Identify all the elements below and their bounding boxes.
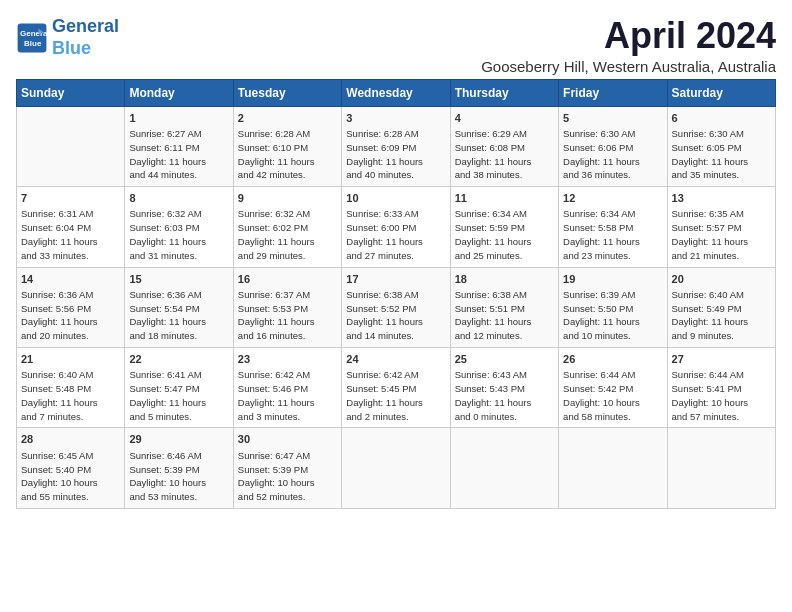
day-content: Sunrise: 6:27 AM Sunset: 6:11 PM Dayligh… — [129, 127, 228, 182]
calendar-cell: 6Sunrise: 6:30 AM Sunset: 6:05 PM Daylig… — [667, 106, 775, 186]
calendar-week-row: 28Sunrise: 6:45 AM Sunset: 5:40 PM Dayli… — [17, 428, 776, 508]
day-content: Sunrise: 6:42 AM Sunset: 5:45 PM Dayligh… — [346, 368, 445, 423]
day-content: Sunrise: 6:28 AM Sunset: 6:09 PM Dayligh… — [346, 127, 445, 182]
calendar-cell: 29Sunrise: 6:46 AM Sunset: 5:39 PM Dayli… — [125, 428, 233, 508]
day-content: Sunrise: 6:38 AM Sunset: 5:52 PM Dayligh… — [346, 288, 445, 343]
calendar-cell: 17Sunrise: 6:38 AM Sunset: 5:52 PM Dayli… — [342, 267, 450, 347]
location-title: Gooseberry Hill, Western Australia, Aust… — [481, 58, 776, 75]
weekday-header: Monday — [125, 79, 233, 106]
day-content: Sunrise: 6:29 AM Sunset: 6:08 PM Dayligh… — [455, 127, 554, 182]
weekday-header: Friday — [559, 79, 667, 106]
day-number: 9 — [238, 191, 337, 206]
day-number: 8 — [129, 191, 228, 206]
day-content: Sunrise: 6:33 AM Sunset: 6:00 PM Dayligh… — [346, 207, 445, 262]
weekday-header: Sunday — [17, 79, 125, 106]
month-title: April 2024 — [481, 16, 776, 56]
day-number: 1 — [129, 111, 228, 126]
calendar-cell: 28Sunrise: 6:45 AM Sunset: 5:40 PM Dayli… — [17, 428, 125, 508]
day-number: 17 — [346, 272, 445, 287]
calendar-cell: 8Sunrise: 6:32 AM Sunset: 6:03 PM Daylig… — [125, 187, 233, 267]
day-number: 24 — [346, 352, 445, 367]
day-number: 7 — [21, 191, 120, 206]
day-content: Sunrise: 6:41 AM Sunset: 5:47 PM Dayligh… — [129, 368, 228, 423]
day-number: 10 — [346, 191, 445, 206]
calendar-cell: 4Sunrise: 6:29 AM Sunset: 6:08 PM Daylig… — [450, 106, 558, 186]
calendar-cell: 9Sunrise: 6:32 AM Sunset: 6:02 PM Daylig… — [233, 187, 341, 267]
svg-text:Blue: Blue — [24, 39, 42, 48]
logo-text: GeneralBlue — [52, 16, 119, 59]
day-number: 3 — [346, 111, 445, 126]
day-number: 25 — [455, 352, 554, 367]
calendar-cell: 3Sunrise: 6:28 AM Sunset: 6:09 PM Daylig… — [342, 106, 450, 186]
day-content: Sunrise: 6:36 AM Sunset: 5:56 PM Dayligh… — [21, 288, 120, 343]
day-number: 28 — [21, 432, 120, 447]
calendar-cell — [17, 106, 125, 186]
day-content: Sunrise: 6:31 AM Sunset: 6:04 PM Dayligh… — [21, 207, 120, 262]
calendar-cell: 10Sunrise: 6:33 AM Sunset: 6:00 PM Dayli… — [342, 187, 450, 267]
calendar-cell: 16Sunrise: 6:37 AM Sunset: 5:53 PM Dayli… — [233, 267, 341, 347]
weekday-header: Wednesday — [342, 79, 450, 106]
calendar-week-row: 14Sunrise: 6:36 AM Sunset: 5:56 PM Dayli… — [17, 267, 776, 347]
day-number: 6 — [672, 111, 771, 126]
day-content: Sunrise: 6:37 AM Sunset: 5:53 PM Dayligh… — [238, 288, 337, 343]
day-number: 20 — [672, 272, 771, 287]
calendar-week-row: 1Sunrise: 6:27 AM Sunset: 6:11 PM Daylig… — [17, 106, 776, 186]
calendar-cell: 11Sunrise: 6:34 AM Sunset: 5:59 PM Dayli… — [450, 187, 558, 267]
calendar-cell: 27Sunrise: 6:44 AM Sunset: 5:41 PM Dayli… — [667, 347, 775, 427]
calendar-header: SundayMondayTuesdayWednesdayThursdayFrid… — [17, 79, 776, 106]
calendar-cell: 13Sunrise: 6:35 AM Sunset: 5:57 PM Dayli… — [667, 187, 775, 267]
day-number: 16 — [238, 272, 337, 287]
day-content: Sunrise: 6:42 AM Sunset: 5:46 PM Dayligh… — [238, 368, 337, 423]
calendar-cell: 5Sunrise: 6:30 AM Sunset: 6:06 PM Daylig… — [559, 106, 667, 186]
day-content: Sunrise: 6:36 AM Sunset: 5:54 PM Dayligh… — [129, 288, 228, 343]
day-content: Sunrise: 6:44 AM Sunset: 5:42 PM Dayligh… — [563, 368, 662, 423]
day-content: Sunrise: 6:45 AM Sunset: 5:40 PM Dayligh… — [21, 449, 120, 504]
day-number: 2 — [238, 111, 337, 126]
day-number: 27 — [672, 352, 771, 367]
calendar-week-row: 21Sunrise: 6:40 AM Sunset: 5:48 PM Dayli… — [17, 347, 776, 427]
calendar-cell — [559, 428, 667, 508]
day-content: Sunrise: 6:30 AM Sunset: 6:06 PM Dayligh… — [563, 127, 662, 182]
logo-icon: General Blue — [16, 22, 48, 54]
day-number: 15 — [129, 272, 228, 287]
day-number: 12 — [563, 191, 662, 206]
day-number: 23 — [238, 352, 337, 367]
day-content: Sunrise: 6:46 AM Sunset: 5:39 PM Dayligh… — [129, 449, 228, 504]
calendar-body: 1Sunrise: 6:27 AM Sunset: 6:11 PM Daylig… — [17, 106, 776, 508]
day-number: 19 — [563, 272, 662, 287]
calendar-cell: 30Sunrise: 6:47 AM Sunset: 5:39 PM Dayli… — [233, 428, 341, 508]
calendar-cell: 26Sunrise: 6:44 AM Sunset: 5:42 PM Dayli… — [559, 347, 667, 427]
logo: General Blue GeneralBlue — [16, 16, 119, 59]
calendar-cell: 20Sunrise: 6:40 AM Sunset: 5:49 PM Dayli… — [667, 267, 775, 347]
day-number: 11 — [455, 191, 554, 206]
day-number: 18 — [455, 272, 554, 287]
day-number: 13 — [672, 191, 771, 206]
calendar-cell: 18Sunrise: 6:38 AM Sunset: 5:51 PM Dayli… — [450, 267, 558, 347]
calendar-cell — [667, 428, 775, 508]
day-number: 26 — [563, 352, 662, 367]
day-content: Sunrise: 6:40 AM Sunset: 5:48 PM Dayligh… — [21, 368, 120, 423]
header-row: SundayMondayTuesdayWednesdayThursdayFrid… — [17, 79, 776, 106]
day-content: Sunrise: 6:34 AM Sunset: 5:58 PM Dayligh… — [563, 207, 662, 262]
calendar-table: SundayMondayTuesdayWednesdayThursdayFrid… — [16, 79, 776, 509]
day-content: Sunrise: 6:40 AM Sunset: 5:49 PM Dayligh… — [672, 288, 771, 343]
day-number: 14 — [21, 272, 120, 287]
day-content: Sunrise: 6:43 AM Sunset: 5:43 PM Dayligh… — [455, 368, 554, 423]
calendar-cell: 22Sunrise: 6:41 AM Sunset: 5:47 PM Dayli… — [125, 347, 233, 427]
day-number: 29 — [129, 432, 228, 447]
day-content: Sunrise: 6:35 AM Sunset: 5:57 PM Dayligh… — [672, 207, 771, 262]
calendar-cell: 7Sunrise: 6:31 AM Sunset: 6:04 PM Daylig… — [17, 187, 125, 267]
calendar-cell: 1Sunrise: 6:27 AM Sunset: 6:11 PM Daylig… — [125, 106, 233, 186]
calendar-cell: 24Sunrise: 6:42 AM Sunset: 5:45 PM Dayli… — [342, 347, 450, 427]
day-content: Sunrise: 6:28 AM Sunset: 6:10 PM Dayligh… — [238, 127, 337, 182]
calendar-cell — [342, 428, 450, 508]
weekday-header: Tuesday — [233, 79, 341, 106]
calendar-cell: 15Sunrise: 6:36 AM Sunset: 5:54 PM Dayli… — [125, 267, 233, 347]
calendar-week-row: 7Sunrise: 6:31 AM Sunset: 6:04 PM Daylig… — [17, 187, 776, 267]
svg-text:General: General — [20, 29, 48, 38]
day-content: Sunrise: 6:34 AM Sunset: 5:59 PM Dayligh… — [455, 207, 554, 262]
day-content: Sunrise: 6:30 AM Sunset: 6:05 PM Dayligh… — [672, 127, 771, 182]
page-header: General Blue GeneralBlue April 2024 Goos… — [16, 16, 776, 75]
day-number: 5 — [563, 111, 662, 126]
day-number: 21 — [21, 352, 120, 367]
